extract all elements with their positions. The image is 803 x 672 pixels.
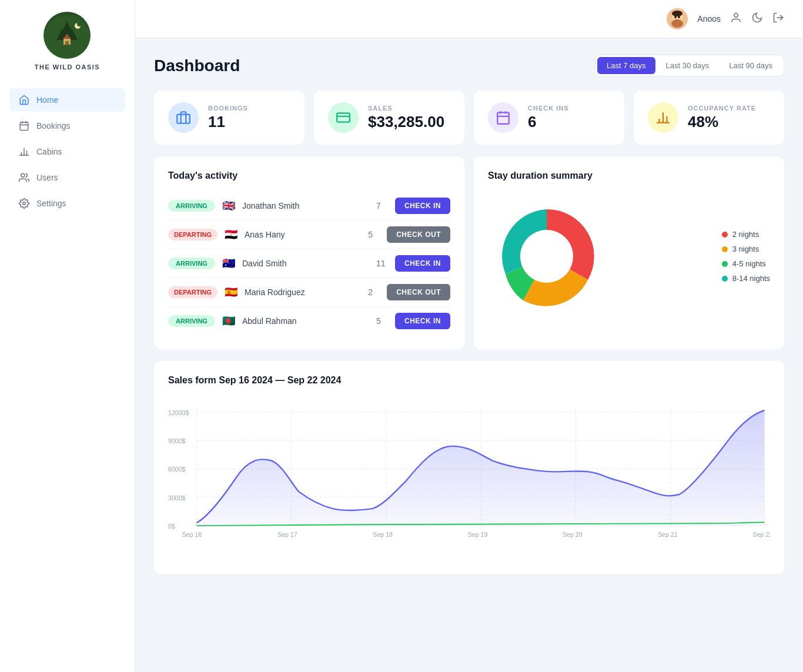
- legend-item: 8-14 nights: [722, 274, 770, 283]
- checkins-value: 6: [528, 113, 610, 131]
- cabins-icon: [19, 146, 29, 157]
- duration-card: Stay duration summary: [474, 156, 784, 349]
- sidebar-item-users[interactable]: Users: [9, 166, 125, 189]
- app-name: THE WILD OASIS: [35, 63, 100, 71]
- svg-rect-6: [65, 41, 69, 45]
- sales-chart-card: Sales form Sep 16 2024 — Sep 22 2024 0$ …: [154, 361, 784, 574]
- svg-point-38: [520, 230, 573, 283]
- username-label: Anoos: [697, 14, 721, 24]
- checkin-button[interactable]: CHECK IN: [395, 255, 450, 272]
- sales-label: SALES: [368, 105, 450, 112]
- sidebar-item-settings-label: Settings: [36, 199, 66, 208]
- legend-label: 4-5 nights: [732, 259, 766, 268]
- flag-icon: 🇦🇺: [222, 257, 235, 270]
- svg-rect-28: [337, 113, 350, 122]
- guest-name: David Smith: [242, 259, 369, 268]
- checkins-label: CHECK INS: [528, 105, 610, 112]
- sidebar-item-bookings[interactable]: Bookings: [9, 114, 125, 138]
- sidebar-item-bookings-label: Bookings: [36, 121, 71, 131]
- svg-point-17: [21, 173, 25, 177]
- guest-name: Jonathan Smith: [242, 201, 369, 210]
- bookings-label: BOOKINGS: [208, 105, 290, 112]
- occupancy-value: 48%: [688, 113, 770, 131]
- logo-area: THE WILD OASIS: [35, 12, 100, 71]
- legend-label: 8-14 nights: [732, 274, 770, 283]
- home-icon: [19, 95, 29, 105]
- svg-text:Sep 21: Sep 21: [658, 531, 678, 538]
- status-badge: DEPARTING: [168, 229, 218, 240]
- occupancy-icon: [648, 102, 678, 133]
- sidebar-item-cabins-label: Cabins: [36, 147, 62, 156]
- checkin-button[interactable]: CHECK IN: [395, 313, 450, 329]
- filter-90days[interactable]: Last 90 days: [720, 57, 782, 74]
- legend-item: 4-5 nights: [722, 259, 770, 268]
- filter-7days[interactable]: Last 7 days: [597, 57, 655, 74]
- stats-row: BOOKINGS 11 SALES $33,285.00: [154, 91, 784, 145]
- activity-row: ARRIVING 🇧🇩 Abdul Rahman 5 CHECK IN: [168, 307, 450, 335]
- svg-text:0$: 0$: [168, 523, 175, 530]
- guest-num: 11: [376, 259, 388, 268]
- legend-item: 3 nights: [722, 245, 770, 253]
- date-filter-group: Last 7 days Last 30 days Last 90 days: [595, 55, 784, 76]
- activity-row: ARRIVING 🇦🇺 David Smith 11 CHECK IN: [168, 249, 450, 278]
- checkout-button[interactable]: CHECK OUT: [387, 284, 450, 300]
- legend-dot: [722, 246, 728, 252]
- sidebar-item-home[interactable]: Home: [9, 88, 125, 112]
- legend-item: 2 nights: [722, 230, 770, 239]
- svg-text:9000$: 9000$: [168, 437, 186, 444]
- guest-num: 2: [368, 287, 380, 297]
- users-icon: [19, 172, 29, 183]
- dashboard-header: Dashboard Last 7 days Last 30 days Last …: [154, 55, 784, 76]
- legend-dot: [722, 276, 728, 282]
- legend-label: 2 nights: [732, 230, 759, 239]
- svg-point-18: [23, 202, 26, 205]
- flag-icon: 🇧🇩: [222, 315, 235, 327]
- avatar: [667, 8, 688, 29]
- activity-row: DEPARTING 🇪🇸 Maria Rodriguez 2 CHECK OUT: [168, 278, 450, 307]
- svg-rect-30: [497, 112, 509, 124]
- checkins-icon: [488, 102, 518, 133]
- guest-num: 5: [376, 316, 388, 326]
- svg-point-25: [734, 13, 738, 17]
- calendar-icon: [19, 121, 29, 131]
- checkout-button[interactable]: CHECK OUT: [387, 226, 450, 243]
- guest-num: 7: [376, 201, 388, 210]
- moon-icon[interactable]: [751, 12, 763, 26]
- sidebar-item-settings[interactable]: Settings: [9, 192, 125, 215]
- logout-icon[interactable]: [772, 12, 784, 26]
- sidebar-item-users-label: Users: [36, 173, 58, 182]
- guest-name: Abdul Rahman: [242, 316, 369, 326]
- flag-icon: 🇪🇸: [225, 286, 237, 299]
- filter-30days[interactable]: Last 30 days: [657, 57, 719, 74]
- donut-chart: [488, 198, 605, 315]
- stat-card-sales: SALES $33,285.00: [314, 91, 464, 145]
- svg-text:Sep 16: Sep 16: [182, 531, 202, 538]
- donut-legend: 2 nights 3 nights 4-5 nights 8-14 n: [722, 230, 770, 283]
- status-badge: DEPARTING: [168, 286, 218, 298]
- user-icon[interactable]: [730, 12, 742, 26]
- svg-text:Sep 19: Sep 19: [468, 531, 488, 538]
- status-badge: ARRIVING: [168, 315, 215, 327]
- svg-rect-27: [177, 115, 190, 123]
- stat-card-bookings: BOOKINGS 11: [154, 91, 305, 145]
- status-badge: ARRIVING: [168, 200, 215, 212]
- nav-menu: Home Bookings Cabins: [0, 88, 135, 218]
- flag-icon: 🇬🇧: [222, 199, 235, 212]
- sales-chart-svg: 0$ 3000$ 6000$ 9000$ 12000$: [168, 395, 770, 560]
- svg-text:Sep 18: Sep 18: [373, 531, 393, 538]
- activity-row: DEPARTING 🇪🇬 Anas Hany 5 CHECK OUT: [168, 220, 450, 249]
- sidebar: THE WILD OASIS Home Bookings: [0, 0, 135, 672]
- sales-value: $33,285.00: [368, 113, 450, 131]
- stat-card-occupancy: OCCUPANCY RATE 48%: [634, 91, 784, 145]
- sidebar-item-cabins[interactable]: Cabins: [9, 140, 125, 163]
- logo-image: [44, 12, 91, 59]
- activity-title: Today's activity: [168, 170, 450, 181]
- guest-num: 5: [368, 230, 380, 239]
- duration-title: Stay duration summary: [488, 170, 770, 181]
- guest-name: Anas Hany: [245, 230, 361, 239]
- svg-point-24: [672, 11, 682, 16]
- activity-card: Today's activity ARRIVING 🇬🇧 Jonathan Sm…: [154, 156, 464, 349]
- svg-text:6000$: 6000$: [168, 466, 186, 473]
- checkin-button[interactable]: CHECK IN: [395, 198, 450, 214]
- flag-icon: 🇪🇬: [225, 228, 237, 241]
